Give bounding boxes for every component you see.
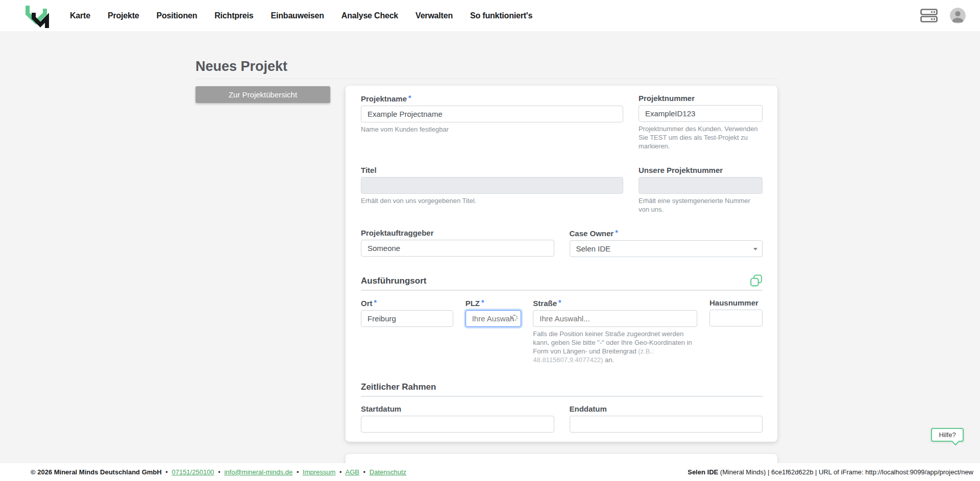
- mineral-minds-logo-icon[interactable]: [22, 3, 51, 29]
- field-plz: PLZ*: [465, 298, 521, 364]
- case-owner-selected-value: Selen IDE: [576, 244, 611, 253]
- projektauftraggeber-input[interactable]: [361, 240, 554, 257]
- projektnummer-label: Projektnummer: [639, 94, 763, 103]
- main-menu: Karte Projekte Positionen Richtpreis Ein…: [61, 11, 541, 20]
- nav-item-analyse-check[interactable]: Analyse Check: [333, 11, 407, 20]
- titel-hint: Erhält den von uns vorgegebenen Titel.: [361, 196, 623, 205]
- strasse-hint: Falls die Position keiner Straße zugeord…: [533, 330, 697, 364]
- footer-link-datenschutz[interactable]: Datenschutz: [370, 468, 406, 476]
- field-ort: Ort*: [361, 298, 453, 364]
- duplicate-icon[interactable]: [750, 274, 763, 287]
- field-titel: Titel Erhält den von uns vorgegebenen Ti…: [361, 166, 623, 214]
- unsere-projektnummer-input: [639, 177, 763, 194]
- footer-session-details: (Mineral Minds) | 6ce1f62d622b | URL of …: [718, 468, 973, 476]
- ausfuehrungsort-heading: Ausführungsort: [361, 275, 426, 287]
- help-button[interactable]: Hilfe?: [931, 428, 964, 442]
- footer-user-name: Selen IDE: [688, 468, 718, 476]
- case-owner-label: Case Owner*: [570, 229, 763, 238]
- field-case-owner: Case Owner* Selen IDE: [570, 229, 763, 257]
- server-stack-icon[interactable]: [920, 9, 938, 22]
- section-ausfuehrungsort: Ausführungsort: [361, 274, 763, 291]
- startdatum-label: Startdatum: [361, 404, 554, 413]
- field-projektauftraggeber: Projektauftraggeber: [361, 229, 554, 257]
- field-projektnummer: Projektnummer Projektnummer des Kunden. …: [639, 94, 763, 150]
- caret-down-icon: [753, 248, 757, 250]
- nav-item-positionen[interactable]: Positionen: [148, 11, 206, 20]
- projektnummer-hint: Projektnummer des Kunden. Verwenden Sie …: [639, 124, 763, 150]
- ort-input[interactable]: [361, 310, 453, 327]
- form-row-dates: Startdatum Enddatum: [361, 404, 763, 433]
- form-row-ort-plz-strasse: Ort* PLZ* Straße* Falls die Position kei…: [361, 298, 763, 364]
- enddatum-label: Enddatum: [570, 404, 763, 413]
- projektnummer-input[interactable]: [639, 105, 763, 122]
- footer: © 2026 Mineral Minds Deutschland GmbH • …: [0, 463, 980, 481]
- hausnummer-input[interactable]: [709, 310, 763, 326]
- unsere-projektnummer-label: Unsere Projektnummer: [639, 166, 763, 174]
- form-row-auftraggeber-owner: Projektauftraggeber Case Owner* Selen ID…: [361, 229, 763, 257]
- unsere-projektnummer-hint: Erhält eine systemgenerierte Nummer von …: [639, 196, 763, 214]
- form-row-titel: Titel Erhält den von uns vorgegebenen Ti…: [361, 166, 763, 214]
- nav-item-einbauweisen[interactable]: Einbauweisen: [262, 11, 333, 20]
- enddatum-input[interactable]: [570, 416, 763, 433]
- ort-label: Ort*: [361, 298, 453, 308]
- zeitlicher-rahmen-heading: Zeitlicher Rahmen: [361, 381, 436, 393]
- form-row-name-number: Projektname* Name vom Kunden festlegbar …: [361, 94, 763, 150]
- project-overview-button[interactable]: Zur Projektübersicht: [195, 86, 330, 103]
- strasse-input[interactable]: [533, 310, 697, 327]
- titel-input: [361, 177, 623, 194]
- footer-link-email[interactable]: info@mineral-minds.de: [224, 468, 292, 476]
- footer-left: © 2026 Mineral Minds Deutschland GmbH • …: [31, 468, 406, 476]
- required-marker: *: [374, 298, 377, 307]
- footer-session-info: Selen IDE (Mineral Minds) | 6ce1f62d622b…: [688, 468, 973, 476]
- footer-copyright: © 2026 Mineral Minds Deutschland GmbH: [31, 468, 162, 476]
- footer-link-impressum[interactable]: Impressum: [303, 468, 335, 476]
- projektname-label: Projektname*: [361, 94, 623, 103]
- nav-item-karte[interactable]: Karte: [61, 11, 99, 20]
- top-navigation: Karte Projekte Positionen Richtpreis Ein…: [0, 0, 980, 31]
- plz-label: PLZ*: [465, 298, 521, 308]
- nav-right-icons: [920, 8, 966, 23]
- footer-link-phone[interactable]: 07151/250100: [172, 468, 214, 476]
- case-owner-select[interactable]: Selen IDE: [570, 240, 763, 257]
- projektauftraggeber-label: Projektauftraggeber: [361, 229, 554, 237]
- spinner-icon: [511, 315, 518, 321]
- required-marker: *: [481, 298, 484, 307]
- startdatum-input[interactable]: [361, 416, 554, 433]
- footer-link-agb[interactable]: AGB: [345, 468, 359, 476]
- page-title: Neues Projekt: [195, 59, 287, 74]
- projektname-hint: Name vom Kunden festlegbar: [361, 125, 623, 134]
- hausnummer-label: Hausnummer: [709, 298, 763, 307]
- field-hausnummer: Hausnummer: [709, 298, 763, 364]
- field-enddatum: Enddatum: [570, 404, 763, 433]
- required-marker: *: [408, 94, 411, 102]
- projektname-input[interactable]: [361, 106, 623, 122]
- required-marker: *: [615, 229, 618, 237]
- required-marker: *: [558, 298, 561, 307]
- title-divider: [195, 79, 777, 79]
- field-projektname: Projektname* Name vom Kunden festlegbar: [361, 94, 623, 150]
- user-avatar-icon[interactable]: [950, 8, 966, 23]
- nav-item-richtpreis[interactable]: Richtpreis: [206, 11, 262, 20]
- strasse-label: Straße*: [533, 298, 697, 308]
- nav-item-so-funktionierts[interactable]: So funktioniert's: [461, 11, 541, 20]
- field-strasse: Straße* Falls die Position keiner Straße…: [533, 298, 697, 364]
- section-zeitlicher-rahmen: Zeitlicher Rahmen: [361, 381, 763, 397]
- field-startdatum: Startdatum: [361, 404, 554, 433]
- new-project-form-card: Projektname* Name vom Kunden festlegbar …: [346, 86, 777, 442]
- nav-item-verwalten[interactable]: Verwalten: [407, 11, 461, 20]
- nav-item-projekte[interactable]: Projekte: [99, 11, 148, 20]
- field-unsere-projektnummer: Unsere Projektnummer Erhält eine systemg…: [639, 166, 763, 214]
- titel-label: Titel: [361, 166, 623, 174]
